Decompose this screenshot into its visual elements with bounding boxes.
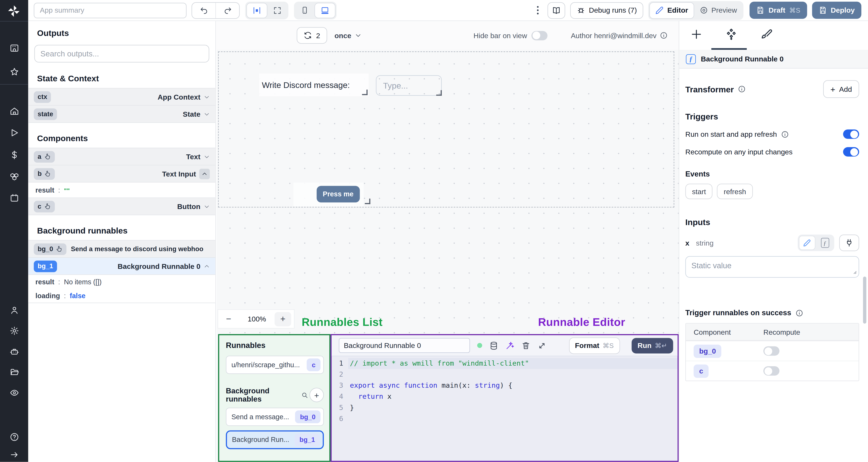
text-input-component-b[interactable] [376, 75, 442, 96]
component-settings-icon[interactable] [725, 28, 737, 40]
debug-runs-button[interactable]: Debug runs (7) [570, 2, 644, 19]
output-row-a[interactable]: a Text [28, 148, 215, 165]
connect-plug-icon[interactable] [839, 234, 859, 251]
preview-eye-icon [700, 6, 708, 14]
cache-database-icon[interactable] [490, 341, 498, 350]
run-button[interactable]: Run⌘↵ [631, 338, 673, 353]
redo-button[interactable] [215, 2, 239, 18]
format-button[interactable]: Format⌘S [569, 337, 620, 354]
component-badge[interactable]: c [693, 364, 709, 377]
schedules-calendar-icon[interactable] [9, 193, 19, 203]
state-badge: state [34, 108, 57, 120]
insert-component-plus-icon[interactable] [690, 28, 703, 40]
desktop-view-button[interactable] [314, 2, 336, 18]
hand-pointer-icon [44, 170, 51, 177]
table-row: c [686, 361, 859, 381]
editor-code[interactable]: // import * as wmill from "windmill-clie… [348, 358, 678, 461]
resize-handle[interactable] [362, 90, 368, 95]
help-icon[interactable] [9, 432, 19, 442]
resize-handle[interactable] [365, 199, 371, 204]
styling-brush-icon[interactable] [760, 28, 772, 40]
workspace-icon[interactable] [9, 43, 19, 53]
zoom-out-button[interactable]: − [218, 314, 239, 324]
recompute-toggle[interactable] [843, 147, 859, 157]
trigger-success-table: Component Recompute bg_0 c [685, 323, 859, 381]
info-icon [738, 85, 745, 93]
event-chip-start[interactable]: start [685, 184, 713, 199]
runs-play-icon[interactable] [9, 128, 19, 137]
triggers-heading: Triggers [685, 112, 859, 121]
output-row-c[interactable]: c Button [28, 198, 215, 215]
home-icon[interactable] [9, 106, 19, 116]
canvas-region: 2 once Hide bar on view Author henri@win… [216, 21, 679, 462]
a-badge: a [34, 151, 55, 162]
text-component-a[interactable]: Write Discord message: [259, 73, 369, 96]
scrollbar-thumb[interactable] [863, 277, 866, 324]
resources-cubes-icon[interactable] [9, 172, 19, 181]
component-badge[interactable]: bg_0 [693, 344, 721, 358]
draft-button[interactable]: Draft⌘S [750, 2, 807, 19]
recompute-toggle-c[interactable] [763, 366, 779, 376]
runnables-title: Runnables [226, 341, 324, 350]
static-value-input[interactable] [685, 256, 859, 278]
add-background-runnable-button[interactable]: + [309, 388, 324, 402]
expand-icon[interactable] [537, 341, 546, 350]
b-result-row: result: "" [28, 183, 215, 198]
runnable-name-input[interactable] [339, 338, 470, 353]
eval-mode-function-icon[interactable]: ƒ [816, 236, 833, 250]
inputs-heading: Inputs [685, 218, 859, 227]
centered-layout-button[interactable] [246, 2, 268, 18]
output-row-bg0[interactable]: bg_0 Send a message to discord using web… [28, 240, 215, 258]
resize-handle[interactable] [436, 90, 442, 96]
zoom-in-button[interactable]: + [275, 311, 291, 326]
hand-pointer-icon [56, 245, 62, 252]
output-row-ctx[interactable]: ctx App Context [28, 88, 215, 106]
mobile-view-button[interactable] [295, 2, 314, 18]
variables-dollar-icon[interactable] [9, 150, 19, 160]
run-on-start-toggle[interactable] [843, 130, 859, 139]
ai-wand-icon[interactable] [505, 341, 514, 350]
user-icon[interactable] [9, 306, 19, 315]
search-icon [301, 391, 308, 399]
bg-runnables-subheader: Background runnables + [226, 387, 324, 403]
press-me-button[interactable]: Press me [317, 186, 360, 203]
collapse-arrow-icon[interactable] [9, 450, 19, 459]
star-icon[interactable] [9, 67, 19, 77]
app-summary-input[interactable] [34, 2, 186, 18]
event-chip-refresh[interactable]: refresh [717, 184, 753, 199]
output-row-b[interactable]: b Text Input [28, 165, 215, 183]
static-mode-pencil-icon[interactable] [799, 236, 815, 250]
undo-button[interactable] [192, 2, 215, 18]
docs-book-button[interactable] [547, 2, 565, 19]
trigger-row-run-on-start: Run on start and app refresh [685, 130, 859, 139]
audit-eye-icon[interactable] [9, 388, 19, 398]
output-row-bg1[interactable]: bg_1 Background Runnable 0 [28, 258, 215, 275]
output-row-state[interactable]: state State [28, 106, 215, 123]
recompute-toggle-bg0[interactable] [763, 346, 779, 356]
workers-robot-icon[interactable] [9, 347, 19, 357]
runnable-item-script[interactable]: u/henri/scrape_githu... c [226, 356, 324, 374]
hide-bar-toggle[interactable] [531, 31, 548, 40]
frequency-dropdown[interactable]: once [335, 31, 361, 39]
resize-grip-icon[interactable] [851, 269, 857, 274]
info-icon [796, 309, 804, 317]
canvas-grid[interactable]: Write Discord message: Press me − 100% +… [217, 50, 679, 462]
hide-bar-label: Hide bar on view [473, 31, 527, 39]
more-menu-button[interactable] [533, 4, 542, 16]
search-outputs-input[interactable] [34, 45, 209, 62]
runnable-item-bg1-selected[interactable]: Background Run... bg_1 [226, 430, 324, 449]
delete-trash-icon[interactable] [521, 341, 530, 350]
folders-icon[interactable] [9, 368, 19, 377]
deploy-button[interactable]: Deploy [812, 2, 861, 19]
add-transformer-button[interactable]: +Add [823, 80, 859, 98]
tab-editor[interactable]: Editor [650, 2, 694, 19]
refresh-count-button[interactable]: 2 [297, 27, 327, 44]
outputs-panel: Outputs State & Context ctx App Context … [28, 21, 216, 462]
runnable-item-bg0[interactable]: Send a message... bg_0 [226, 408, 324, 426]
tab-preview[interactable]: Preview [694, 2, 742, 19]
fullscreen-layout-button[interactable] [268, 2, 287, 18]
chevron-up-icon[interactable] [199, 168, 210, 179]
code-editor[interactable]: 123456 // import * as wmill from "windmi… [332, 356, 678, 461]
windmill-logo-icon[interactable] [7, 4, 21, 18]
settings-gear-icon[interactable] [9, 326, 19, 335]
